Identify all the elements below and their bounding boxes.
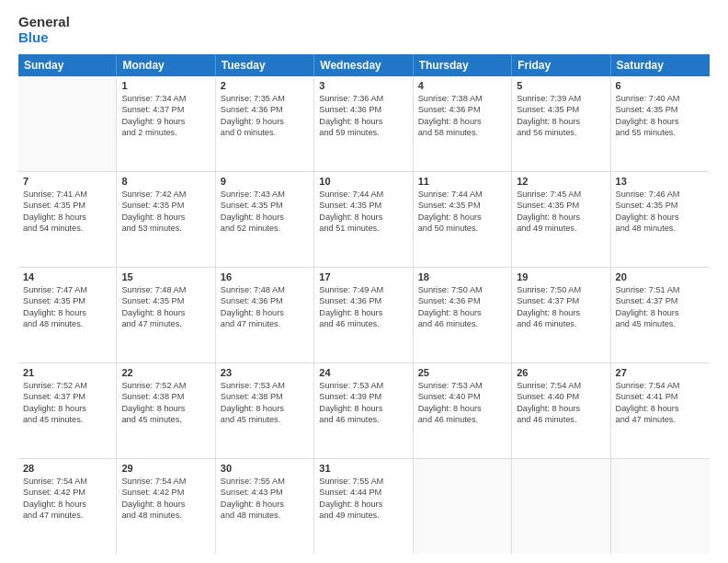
cell-info-line: Daylight: 8 hours — [121, 307, 210, 318]
cell-info-line: Sunset: 4:35 PM — [616, 200, 705, 211]
cell-info-line: Sunrise: 7:54 AM — [121, 476, 210, 487]
day-cell-4: 4Sunrise: 7:38 AMSunset: 4:36 PMDaylight… — [414, 76, 512, 171]
cell-info-line: and 59 minutes. — [319, 127, 407, 138]
cell-info-line: Sunrise: 7:34 AM — [121, 93, 210, 104]
day-number: 12 — [517, 176, 605, 187]
cell-info-line: Daylight: 8 hours — [517, 212, 605, 223]
cell-info-line: and 52 minutes. — [221, 223, 309, 234]
cell-info-line: Sunrise: 7:43 AM — [221, 189, 309, 200]
day-number: 16 — [221, 271, 309, 282]
cell-info-line: Daylight: 8 hours — [616, 212, 705, 223]
day-cell-24: 24Sunrise: 7:53 AMSunset: 4:39 PMDayligh… — [314, 363, 413, 458]
day-number: 24 — [319, 367, 407, 378]
cell-info-line: and 50 minutes. — [418, 223, 506, 234]
day-number: 20 — [616, 271, 705, 282]
cell-info-line: Sunset: 4:42 PM — [23, 487, 111, 498]
cell-info-line: Daylight: 8 hours — [121, 499, 210, 510]
cell-info-line: Sunset: 4:40 PM — [418, 391, 506, 402]
cell-info-line: and 46 minutes. — [418, 414, 506, 425]
cell-info-line: Sunset: 4:36 PM — [418, 104, 506, 115]
cell-info-line: Sunrise: 7:41 AM — [23, 189, 111, 200]
weekday-header-wednesday: Wednesday — [314, 54, 413, 76]
weekday-header-tuesday: Tuesday — [216, 54, 314, 76]
cell-info-line: Sunrise: 7:44 AM — [418, 189, 506, 200]
cell-info-line: Sunset: 4:41 PM — [616, 391, 705, 402]
cell-info-line: Daylight: 8 hours — [221, 307, 309, 318]
day-number: 6 — [616, 80, 705, 91]
cell-info-line: Sunrise: 7:54 AM — [23, 476, 111, 487]
day-number: 14 — [23, 271, 111, 282]
header: General Blue General Blue — [18, 15, 710, 45]
day-cell-5: 5Sunrise: 7:39 AMSunset: 4:35 PMDaylight… — [512, 76, 610, 171]
day-cell-11: 11Sunrise: 7:44 AMSunset: 4:35 PMDayligh… — [414, 172, 512, 267]
calendar-row-1: 7Sunrise: 7:41 AMSunset: 4:35 PMDaylight… — [18, 172, 710, 268]
cell-info-line: Daylight: 8 hours — [418, 403, 506, 414]
calendar-row-4: 28Sunrise: 7:54 AMSunset: 4:42 PMDayligh… — [18, 459, 710, 554]
day-cell-3: 3Sunrise: 7:36 AMSunset: 4:36 PMDaylight… — [314, 76, 413, 171]
day-cell-2: 2Sunrise: 7:35 AMSunset: 4:36 PMDaylight… — [216, 76, 314, 171]
day-number: 3 — [319, 80, 407, 91]
day-number: 2 — [221, 80, 309, 91]
day-cell-empty-4-5 — [512, 459, 610, 554]
weekday-header-friday: Friday — [512, 54, 610, 76]
cell-info-line: and 45 minutes. — [616, 318, 705, 329]
day-cell-16: 16Sunrise: 7:48 AMSunset: 4:36 PMDayligh… — [216, 268, 314, 362]
day-cell-31: 31Sunrise: 7:55 AMSunset: 4:44 PMDayligh… — [314, 459, 413, 554]
day-number: 1 — [121, 80, 210, 91]
day-cell-29: 29Sunrise: 7:54 AMSunset: 4:42 PMDayligh… — [117, 459, 215, 554]
page: General Blue General Blue SundayMondayTu… — [0, 0, 728, 563]
day-cell-23: 23Sunrise: 7:53 AMSunset: 4:38 PMDayligh… — [216, 363, 314, 458]
day-number: 19 — [517, 271, 605, 282]
day-number: 7 — [23, 176, 111, 187]
cell-info-line: Sunrise: 7:47 AM — [23, 284, 111, 295]
day-cell-26: 26Sunrise: 7:54 AMSunset: 4:40 PMDayligh… — [512, 363, 610, 458]
cell-info-line: Sunset: 4:35 PM — [517, 200, 605, 211]
cell-info-line: Sunset: 4:36 PM — [418, 295, 506, 306]
cell-info-line: Sunset: 4:35 PM — [23, 200, 111, 211]
cell-info-line: and 48 minutes. — [616, 223, 705, 234]
day-cell-8: 8Sunrise: 7:42 AMSunset: 4:35 PMDaylight… — [117, 172, 215, 267]
cell-info-line: Sunrise: 7:42 AM — [121, 189, 210, 200]
cell-info-line: Daylight: 8 hours — [418, 116, 506, 127]
day-cell-6: 6Sunrise: 7:40 AMSunset: 4:35 PMDaylight… — [611, 76, 710, 171]
day-cell-1: 1Sunrise: 7:34 AMSunset: 4:37 PMDaylight… — [117, 76, 215, 171]
cell-info-line: and 47 minutes. — [221, 318, 309, 329]
cell-info-line: Daylight: 8 hours — [319, 499, 407, 510]
cell-info-line: and 49 minutes. — [517, 223, 605, 234]
day-number: 26 — [517, 367, 605, 378]
cell-info-line: Sunrise: 7:36 AM — [319, 93, 407, 104]
cell-info-line: Sunset: 4:36 PM — [319, 104, 407, 115]
cell-info-line: Daylight: 8 hours — [319, 212, 407, 223]
cell-info-line: Sunrise: 7:53 AM — [319, 380, 407, 391]
cell-info-line: Sunset: 4:40 PM — [517, 391, 605, 402]
weekday-header-monday: Monday — [117, 54, 215, 76]
cell-info-line: Sunrise: 7:39 AM — [517, 93, 605, 104]
cell-info-line: Daylight: 8 hours — [221, 212, 309, 223]
cell-info-line: Sunrise: 7:35 AM — [221, 93, 309, 104]
cell-info-line: Daylight: 8 hours — [121, 212, 210, 223]
cell-info-line: Sunrise: 7:55 AM — [319, 476, 407, 487]
day-number: 13 — [616, 176, 705, 187]
cell-info-line: Daylight: 9 hours — [121, 116, 210, 127]
cell-info-line: Sunset: 4:35 PM — [616, 104, 705, 115]
cell-info-line: Sunset: 4:35 PM — [221, 200, 309, 211]
cell-info-line: and 45 minutes. — [221, 414, 309, 425]
cell-info-line: Sunset: 4:37 PM — [616, 295, 705, 306]
cell-info-line: Daylight: 8 hours — [319, 307, 407, 318]
day-cell-15: 15Sunrise: 7:48 AMSunset: 4:35 PMDayligh… — [117, 268, 215, 362]
cell-info-line: Sunset: 4:42 PM — [121, 487, 210, 498]
cell-info-line: Daylight: 8 hours — [517, 307, 605, 318]
day-cell-22: 22Sunrise: 7:52 AMSunset: 4:38 PMDayligh… — [117, 363, 215, 458]
cell-info-line: and 45 minutes. — [23, 414, 111, 425]
logo-blue: Blue — [18, 30, 70, 46]
day-number: 15 — [121, 271, 210, 282]
day-cell-27: 27Sunrise: 7:54 AMSunset: 4:41 PMDayligh… — [611, 363, 710, 458]
cell-info-line: Sunrise: 7:50 AM — [418, 284, 506, 295]
cell-info-line: Daylight: 8 hours — [418, 307, 506, 318]
cell-info-line: Daylight: 8 hours — [319, 403, 407, 414]
cell-info-line: Sunset: 4:35 PM — [23, 295, 111, 306]
cell-info-line: Daylight: 8 hours — [23, 212, 111, 223]
cell-info-line: Sunset: 4:35 PM — [319, 200, 407, 211]
day-cell-21: 21Sunrise: 7:52 AMSunset: 4:37 PMDayligh… — [18, 363, 117, 458]
cell-info-line: Sunset: 4:35 PM — [121, 200, 210, 211]
